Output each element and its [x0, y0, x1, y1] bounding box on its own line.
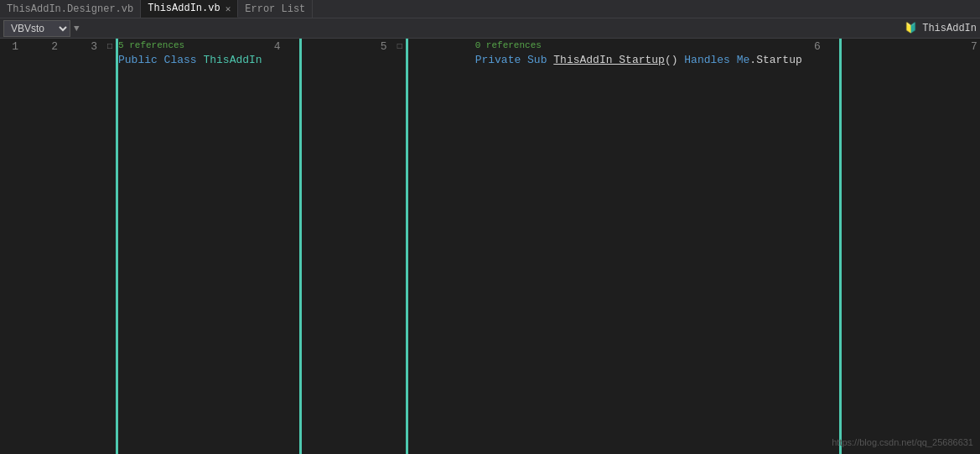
editor-row: 4 [262, 39, 369, 454]
reference-count: 5 references [118, 39, 262, 52]
fold-button [827, 39, 839, 454]
code-token: Sub [527, 54, 553, 66]
editor-row: 3□5 referencesPublic Class ThisAddIn [79, 39, 262, 454]
code-token: () [665, 54, 684, 66]
line-number: 3 [79, 39, 104, 454]
reference-count: 0 references [408, 39, 802, 52]
close-icon[interactable]: ✕ [226, 3, 231, 14]
code-wrapper: 0 referencesPrivate Sub ThisAddIn_Startu… [408, 39, 802, 454]
code-line[interactable]: Private Sub ThisAddIn_Startup() Handles … [408, 52, 802, 454]
code-token: Class [164, 54, 204, 66]
line-number: 6 [802, 39, 827, 454]
editor: 123□5 referencesPublic Class ThisAddIn45… [0, 39, 980, 454]
tab-designer[interactable]: ThisAddIn.Designer.vb [0, 0, 141, 18]
code-token: Me [737, 54, 750, 66]
code-token: Public [118, 54, 164, 66]
fold-button[interactable]: □ [104, 39, 116, 454]
tab-main[interactable]: ThisAddIn.vb ✕ [141, 0, 238, 18]
fold-button [25, 39, 37, 454]
tab-errorlist-label: Error List [245, 3, 305, 15]
line-number: 4 [262, 39, 288, 454]
code-token: .Startup [749, 54, 801, 66]
editor-row: 5□0 referencesPrivate Sub ThisAddIn_Star… [369, 39, 802, 454]
code-line[interactable] [842, 39, 959, 454]
tab-main-label: ThisAddIn.vb [148, 3, 220, 14]
line-number: 7 [959, 39, 980, 454]
fold-button [288, 39, 299, 454]
code-wrapper [302, 39, 369, 454]
editor-row: 6 [802, 39, 959, 454]
fold-button [65, 39, 76, 454]
nav-left: VBVsto ▼ [3, 20, 905, 37]
editor-row: 7End Sub [959, 39, 980, 454]
editor-row: 1 [0, 39, 39, 454]
line-number: 1 [0, 39, 25, 454]
code-line[interactable] [302, 39, 369, 454]
line-number: 2 [39, 39, 65, 454]
nav-bar: VBVsto ▼ 🔰 ThisAddIn [0, 18, 980, 39]
nav-class-label: ThisAddIn [922, 23, 977, 34]
line-number: 5 [369, 39, 394, 454]
nav-right: 🔰 ThisAddIn [905, 22, 977, 34]
code-token: ThisAddIn [203, 54, 262, 66]
editor-row: 2 [39, 39, 79, 454]
code-token: ThisAddIn_Startup [553, 54, 665, 66]
code-token: Handles [684, 54, 736, 66]
tab-bar: ThisAddIn.Designer.vb ThisAddIn.vb ✕ Err… [0, 0, 980, 18]
code-token: Private [475, 54, 527, 66]
nav-left-dropdown[interactable]: VBVsto [3, 20, 70, 37]
tab-errorlist[interactable]: Error List [238, 0, 313, 18]
code-wrapper [842, 39, 959, 454]
tab-designer-label: ThisAddIn.Designer.vb [7, 3, 133, 15]
class-icon: 🔰 [905, 22, 917, 34]
nav-arrow-icon: ▼ [74, 23, 80, 34]
fold-button[interactable]: □ [394, 39, 406, 454]
code-wrapper: 5 referencesPublic Class ThisAddIn [118, 39, 262, 454]
code-line[interactable]: Public Class ThisAddIn [118, 52, 262, 454]
